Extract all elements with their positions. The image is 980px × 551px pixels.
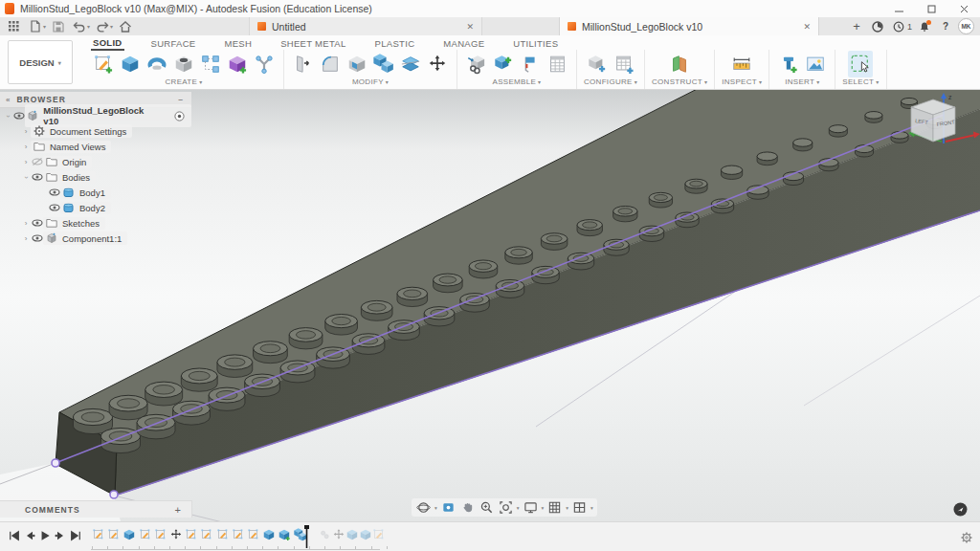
timeline-marker[interactable]	[303, 525, 310, 548]
collapse-chevron-icon[interactable]: ›	[4, 111, 12, 121]
maximize-button[interactable]	[915, 0, 947, 17]
browser-root-component[interactable]: ›MillionStud_LegoBlock v10	[0, 108, 191, 123]
close-tab-icon[interactable]: ✕	[803, 22, 811, 32]
group-label[interactable]: CREATE	[166, 77, 198, 86]
group-label[interactable]: MODIFY	[352, 77, 384, 86]
group-label[interactable]: CONSTRUCT	[652, 77, 702, 86]
pan-icon[interactable]	[459, 499, 476, 516]
expand-chevron-icon[interactable]: ›	[21, 234, 31, 243]
visibility-eye-icon[interactable]	[31, 157, 43, 166]
group-label[interactable]: SELECT	[842, 77, 874, 86]
browser-item-component1-1[interactable]: ›Component1:1	[0, 231, 191, 246]
timeline-feature-component[interactable]	[278, 528, 291, 541]
user-avatar[interactable]: MK	[958, 18, 974, 34]
add-comment-button[interactable]: +	[175, 504, 182, 516]
timeline-feature-sketch[interactable]	[92, 528, 105, 541]
timeline-settings-gear-icon[interactable]	[961, 530, 972, 547]
browser-item-label[interactable]: Component1:1	[62, 233, 122, 244]
new-component-icon[interactable]	[491, 51, 516, 77]
fillet-icon[interactable]	[318, 51, 343, 77]
display-settings-icon[interactable]	[523, 499, 539, 516]
browser-item-body1[interactable]: Body1	[0, 185, 191, 200]
ribbon-tab-plastic[interactable]: PLASTIC	[373, 37, 417, 50]
browser-item-named-views[interactable]: ›Named Views	[0, 139, 191, 154]
chevron-down-icon[interactable]: ▾	[635, 78, 637, 85]
pipe-icon[interactable]	[252, 51, 277, 77]
chevron-down-icon[interactable]: ▾	[816, 78, 819, 85]
group-label[interactable]: INSPECT	[722, 77, 757, 86]
fit-icon[interactable]	[498, 499, 514, 516]
configuration-icon[interactable]	[585, 51, 610, 77]
chevron-down-icon[interactable]: ▾	[590, 505, 593, 511]
visibility-eye-icon[interactable]	[31, 233, 43, 243]
expand-chevron-icon[interactable]: ›	[21, 127, 31, 136]
visibility-eye-icon[interactable]	[13, 111, 25, 121]
chevron-down-icon[interactable]: ▾	[704, 78, 707, 85]
timeline-feature-sketch[interactable]	[139, 528, 152, 541]
assistant-icon[interactable]	[953, 502, 968, 517]
combine-icon[interactable]	[371, 51, 396, 77]
measure-icon[interactable]	[729, 51, 754, 77]
timeline-feature-extrude[interactable]	[262, 528, 276, 541]
ribbon-tab-manage[interactable]: MANAGE	[441, 37, 486, 50]
ribbon-tab-sheet-metal[interactable]: SHEET METAL	[278, 37, 347, 50]
grid-settings-icon[interactable]	[546, 499, 563, 516]
close-button[interactable]	[947, 0, 980, 17]
notifications-bell-icon[interactable]	[916, 18, 933, 34]
timeline-feature-sketch[interactable]	[216, 528, 230, 541]
timeline-feature-move[interactable]	[169, 528, 183, 541]
timeline-feature-sketch[interactable]	[247, 528, 260, 541]
app-grid-icon[interactable]	[4, 18, 25, 34]
browser-item-label[interactable]: Named Views	[50, 142, 105, 152]
extrude-icon[interactable]	[118, 51, 143, 77]
step-forward-button[interactable]	[54, 529, 67, 542]
comments-bar[interactable]: COMMENTS +	[0, 500, 192, 518]
ribbon-tab-utilities[interactable]: UTILITIES	[511, 37, 560, 50]
browser-item-body2[interactable]: Body2	[0, 200, 191, 215]
browser-item-origin[interactable]: ›Origin	[0, 154, 191, 169]
minimize-panel-icon[interactable]: –	[178, 95, 184, 104]
help-icon[interactable]: ?	[937, 18, 954, 34]
browser-item-label[interactable]: Body1	[79, 187, 105, 198]
chevron-down-icon[interactable]: ▾	[434, 505, 437, 511]
timeline-feature-sketch[interactable]	[200, 528, 213, 541]
document-tab-untitled[interactable]: Untitled ✕	[249, 17, 482, 35]
look-at-icon[interactable]	[440, 499, 457, 516]
workspace-selector[interactable]: DESIGN ▾	[8, 40, 73, 84]
create-sketch-icon[interactable]	[91, 51, 116, 77]
chevron-down-icon[interactable]: ▾	[87, 23, 90, 30]
browser-item-bodies[interactable]: ›Bodies	[0, 169, 191, 185]
activate-component-radio[interactable]	[174, 111, 186, 121]
chevron-down-icon[interactable]: ▾	[110, 23, 113, 30]
browser-item-label[interactable]: Bodies	[62, 172, 90, 183]
chevron-down-icon[interactable]: ▾	[386, 78, 389, 85]
group-label[interactable]: INSERT	[785, 77, 814, 86]
configuration-table-icon[interactable]	[612, 51, 636, 77]
timeline-feature-extrude-suppressed[interactable]	[359, 528, 372, 541]
browser-item-label[interactable]: Body2	[79, 203, 105, 213]
recent-versions-icon[interactable]	[890, 18, 907, 34]
browser-item-label[interactable]: MillionStud_LegoBlock v10	[43, 105, 155, 126]
joint-icon[interactable]	[518, 51, 543, 77]
timeline-feature-sketch-suppressed[interactable]	[372, 528, 386, 541]
timeline-feature-extrude[interactable]	[122, 528, 136, 541]
go-to-end-button[interactable]	[69, 529, 82, 542]
step-back-button[interactable]	[23, 529, 36, 542]
visibility-eye-icon[interactable]	[31, 172, 43, 182]
timeline-feature-move-suppressed[interactable]	[332, 528, 345, 541]
visibility-eye-icon[interactable]	[48, 203, 60, 212]
construction-plane-icon[interactable]	[667, 51, 692, 77]
press-pull-icon[interactable]	[291, 51, 316, 77]
move-copy-icon[interactable]	[425, 51, 450, 77]
shell-icon[interactable]	[345, 51, 369, 77]
zoom-icon[interactable]	[479, 499, 495, 516]
timeline-feature-sketch[interactable]	[154, 528, 167, 541]
chevron-down-icon[interactable]: ▾	[538, 78, 541, 85]
ribbon-tab-surface[interactable]: SURFACE	[149, 37, 198, 50]
bom-icon[interactable]	[545, 51, 569, 77]
timeline-feature-joint-suppressed[interactable]	[319, 528, 332, 541]
visibility-eye-icon[interactable]	[48, 187, 60, 197]
chevron-down-icon[interactable]: ▾	[876, 78, 879, 85]
create-form-icon[interactable]	[225, 51, 250, 77]
browser-item-sketches[interactable]: ›Sketches	[0, 215, 191, 231]
